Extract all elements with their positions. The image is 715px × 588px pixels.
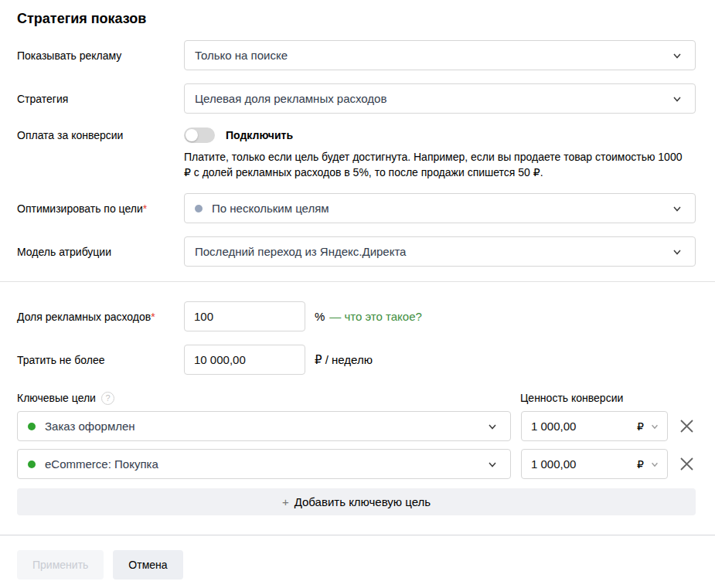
pay-conversions-description: Платите, только если цель будет достигну…: [184, 149, 690, 180]
close-icon: [679, 457, 694, 471]
conversion-value-header: Ценность конверсии: [520, 392, 696, 404]
optimize-goal-select[interactable]: По нескольким целям: [184, 193, 696, 223]
chevron-down-icon: [672, 203, 683, 214]
weekly-limit-label: Тратить не более: [17, 354, 184, 366]
required-asterisk: *: [151, 311, 155, 323]
goal-status-dot-icon: [28, 423, 36, 430]
attribution-select[interactable]: Последний переход из Яндекс.Директа: [184, 236, 696, 267]
placement-select-value: Только на поиске: [195, 49, 666, 62]
row-pay-conversions: Оплата за конверсии Подключить Платите, …: [17, 127, 696, 180]
chevron-down-icon: [672, 93, 683, 104]
key-goals-label-wrap: Ключевые цели ?: [17, 392, 520, 405]
close-icon: [679, 419, 694, 433]
placement-select[interactable]: Только на поиске: [184, 40, 696, 70]
chevron-down-icon: [672, 246, 683, 257]
key-goal-row: Заказ оформлен 1 000,00 ₽: [17, 411, 696, 441]
required-asterisk: *: [143, 202, 147, 215]
goal-status-dot-icon: [28, 461, 36, 468]
add-key-goal-button[interactable]: + Добавить ключевую цель: [17, 488, 696, 515]
row-attribution: Модель атрибуции Последний переход из Ян…: [17, 236, 696, 267]
pay-conversions-toggle[interactable]: [184, 127, 215, 143]
chevron-down-icon: [650, 460, 659, 469]
row-weekly-limit: Тратить не более ₽ / неделю: [17, 345, 696, 375]
strategy-settings-form: Стратегия показов Показывать рекламу Тол…: [0, 0, 715, 580]
remove-goal-button[interactable]: [677, 455, 696, 474]
weekly-limit-unit-wrap: ₽ / неделю: [315, 353, 373, 367]
row-placement: Показывать рекламу Только на поиске: [17, 40, 696, 70]
weekly-limit-field: ₽ / неделю: [184, 345, 696, 375]
add-key-goal-label: Добавить ключевую цель: [295, 495, 431, 508]
pay-conversions-label: Оплата за конверсии: [17, 127, 184, 141]
attribution-label: Модель атрибуции: [17, 246, 184, 258]
row-cost-share: Доля рекламных расходов* % — что это так…: [17, 301, 696, 331]
key-goal-row: eCommerce: Покупка 1 000,00 ₽: [17, 449, 696, 479]
section-divider: [0, 281, 715, 282]
strategy-select[interactable]: Целевая доля рекламных расходов: [184, 83, 696, 114]
pay-conversions-toggle-label: Подключить: [226, 129, 293, 141]
attribution-select-value: Последний переход из Яндекс.Директа: [195, 245, 666, 258]
optimize-goal-label: Оптимизировать по цели*: [17, 202, 184, 215]
chevron-down-icon: [487, 421, 498, 432]
placement-label: Показывать рекламу: [17, 49, 184, 62]
goal-select-1-value: Заказ оформлен: [45, 420, 481, 433]
help-question-icon[interactable]: ?: [101, 392, 114, 405]
strategy-select-value: Целевая доля рекламных расходов: [195, 92, 666, 105]
multi-goal-dot-icon: [195, 205, 203, 212]
key-goals-header: Ключевые цели ? Ценность конверсии: [17, 390, 696, 406]
conversion-value-field-2[interactable]: 1 000,00 ₽: [521, 449, 668, 479]
row-strategy: Стратегия Целевая доля рекламных расходо…: [17, 83, 696, 114]
pay-conversions-toggle-line: Подключить: [184, 127, 696, 144]
conversion-value-1: 1 000,00: [531, 420, 637, 433]
cost-share-unit-wrap: % — что это такое?: [315, 310, 422, 323]
chevron-down-icon: [650, 422, 659, 431]
conversion-value-2: 1 000,00: [531, 457, 637, 471]
what-is-it-link[interactable]: — что это такое?: [329, 310, 422, 323]
cost-share-field: % — что это такое?: [184, 301, 696, 331]
footer-actions: Применить Отмена: [17, 535, 696, 580]
toggle-knob: [186, 129, 198, 141]
chevron-down-icon: [487, 459, 498, 470]
conversion-value-field-1[interactable]: 1 000,00 ₽: [521, 411, 668, 441]
row-optimize-goal: Оптимизировать по цели* По нескольким це…: [17, 193, 696, 223]
cancel-button[interactable]: Отмена: [113, 550, 182, 580]
percent-unit: %: [315, 310, 325, 323]
goal-select-2[interactable]: eCommerce: Покупка: [17, 449, 511, 479]
key-goals-label: Ключевые цели: [17, 392, 96, 404]
strategy-label: Стратегия: [17, 93, 184, 105]
cost-share-label: Доля рекламных расходов*: [17, 311, 184, 323]
currency-label: ₽: [637, 420, 644, 433]
page-title: Стратегия показов: [17, 10, 696, 27]
goal-select-1[interactable]: Заказ оформлен: [17, 411, 511, 441]
weekly-limit-input[interactable]: [184, 345, 305, 375]
apply-button[interactable]: Применить: [17, 550, 104, 580]
pay-conversions-field: Подключить Платите, только если цель буд…: [184, 127, 696, 180]
ruble-per-week-unit: ₽ / неделю: [315, 353, 373, 367]
plus-icon: +: [282, 495, 289, 508]
cost-share-input[interactable]: [184, 301, 305, 331]
optimize-goal-select-value: По нескольким целям: [212, 202, 666, 215]
chevron-down-icon: [672, 50, 683, 61]
goal-select-2-value: eCommerce: Покупка: [45, 457, 481, 471]
remove-goal-button[interactable]: [677, 417, 696, 436]
currency-label: ₽: [637, 458, 644, 471]
